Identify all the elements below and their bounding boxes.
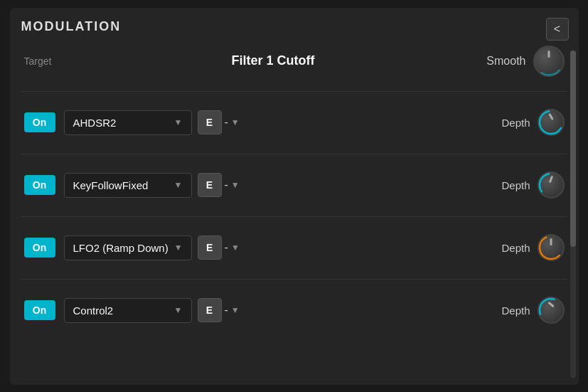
depth-knob-1[interactable]	[538, 109, 565, 136]
dash-1: -	[225, 116, 228, 129]
source-label-1: AHDSR2	[73, 117, 117, 129]
e-button-3[interactable]: E	[198, 235, 222, 260]
scrollbar[interactable]	[570, 51, 576, 378]
on-button-2[interactable]: On	[24, 175, 55, 195]
dash-3: -	[225, 241, 228, 254]
on-button-1[interactable]: On	[24, 112, 55, 132]
small-chevron-1[interactable]: ▼	[231, 117, 240, 127]
panel-title: MODULATION	[21, 19, 567, 34]
on-button-4[interactable]: On	[24, 300, 55, 320]
depth-wrap-3: Depth	[501, 234, 564, 261]
depth-knob-arc-3	[537, 233, 565, 262]
small-chevron-4[interactable]: ▼	[231, 305, 240, 315]
svg-point-4	[540, 299, 562, 322]
scrollbar-thumb	[570, 51, 576, 247]
on-button-3[interactable]: On	[24, 238, 55, 258]
dropdown-chevron-2: ▼	[174, 180, 183, 190]
modulation-row-3: On LFO2 (Ramp Down) ▼ E - ▼ Depth	[21, 216, 567, 279]
dash-2: -	[225, 179, 228, 191]
depth-wrap-4: Depth	[501, 297, 564, 324]
source-label-2: KeyFollowFixed	[73, 179, 149, 191]
modulation-row-4: On Control2 ▼ E - ▼ Depth	[21, 279, 567, 341]
depth-wrap-2: Depth	[501, 171, 564, 198]
svg-point-1	[540, 111, 562, 134]
e-button-4[interactable]: E	[198, 298, 222, 322]
rows-container: On AHDSR2 ▼ E - ▼ Depth On KeyFollowFixe…	[21, 91, 567, 341]
smooth-knob-arc	[533, 45, 565, 78]
smooth-label: Smooth	[486, 55, 525, 68]
depth-knob-4[interactable]	[538, 297, 565, 324]
source-dropdown-2[interactable]: KeyFollowFixed ▼	[64, 173, 192, 198]
depth-label-2: Depth	[501, 179, 530, 191]
dash-4: -	[225, 304, 228, 317]
target-value: Filter 1 Cutoff	[74, 53, 473, 68]
svg-point-2	[540, 174, 562, 196]
depth-knob-arc-4	[537, 296, 565, 324]
e-button-2[interactable]: E	[198, 173, 222, 197]
modulation-panel: MODULATION < Target Filter 1 Cutoff Smoo…	[10, 8, 579, 385]
dropdown-chevron-3: ▼	[174, 243, 183, 253]
smooth-knob-container	[533, 46, 565, 77]
source-label-3: LFO2 (Ramp Down)	[73, 242, 169, 254]
modulation-row-1: On AHDSR2 ▼ E - ▼ Depth	[21, 91, 567, 154]
small-chevron-2[interactable]: ▼	[231, 180, 240, 190]
collapse-button[interactable]: <	[546, 18, 569, 41]
depth-knob-arc-1	[537, 108, 565, 137]
target-label: Target	[24, 55, 74, 67]
depth-label-4: Depth	[501, 304, 530, 317]
small-chevron-3[interactable]: ▼	[231, 243, 240, 253]
e-button-1[interactable]: E	[198, 110, 222, 134]
smooth-knob[interactable]	[533, 46, 565, 77]
svg-point-0	[535, 47, 562, 75]
depth-label-1: Depth	[501, 117, 530, 129]
header-row: Target Filter 1 Cutoff Smooth	[21, 46, 567, 77]
depth-wrap-1: Depth	[501, 109, 564, 136]
depth-knob-2[interactable]	[538, 171, 565, 198]
svg-point-3	[540, 236, 562, 259]
modulation-row-2: On KeyFollowFixed ▼ E - ▼ Depth	[21, 154, 567, 216]
source-label-4: Control2	[73, 304, 114, 317]
source-dropdown-1[interactable]: AHDSR2 ▼	[64, 110, 192, 135]
depth-knob-3[interactable]	[538, 234, 565, 261]
dropdown-chevron-1: ▼	[174, 117, 183, 127]
depth-knob-arc-2	[537, 171, 565, 199]
dropdown-chevron-4: ▼	[174, 305, 183, 315]
depth-label-3: Depth	[501, 242, 530, 254]
source-dropdown-3[interactable]: LFO2 (Ramp Down) ▼	[64, 235, 192, 260]
source-dropdown-4[interactable]: Control2 ▼	[64, 298, 192, 323]
